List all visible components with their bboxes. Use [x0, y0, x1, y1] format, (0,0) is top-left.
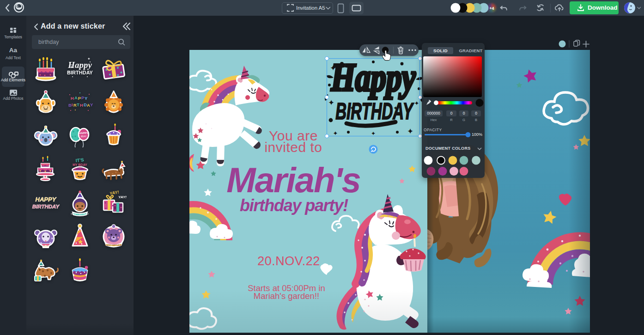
svg-text:+4: +4: [489, 6, 494, 11]
svg-text:R: R: [73, 103, 77, 108]
svg-text:YAY!: YAY!: [118, 195, 127, 199]
svg-text:HAPPY BIRTHDAY: HAPPY BIRTHDAY: [105, 244, 122, 246]
svg-text:HAPPY: HAPPY: [79, 132, 89, 134]
svg-text:HAPPY: HAPPY: [36, 196, 57, 203]
svg-text:BIRTHDAY: BIRTHDAY: [32, 204, 60, 209]
svg-text:A: A: [87, 103, 90, 108]
svg-text:D: D: [84, 102, 87, 107]
svg-text:MY BDAY: MY BDAY: [73, 163, 87, 166]
svg-text:A: A: [74, 95, 78, 100]
svg-text:I: I: [72, 102, 73, 107]
svg-text:P: P: [81, 95, 85, 100]
svg-text:T: T: [77, 102, 79, 107]
svg-text:B: B: [68, 103, 72, 108]
svg-text:✦: ✦: [70, 65, 73, 69]
svg-text:Aa: Aa: [9, 47, 18, 54]
svg-text:IT'S: IT'S: [75, 157, 84, 163]
svg-text:BDAY: BDAY: [81, 135, 86, 138]
svg-text:Y: Y: [90, 102, 93, 107]
svg-text:✦: ✦: [87, 57, 91, 61]
svg-text:H: H: [71, 96, 74, 101]
svg-text:Y: Y: [85, 96, 88, 101]
svg-text:YAY!: YAY!: [109, 190, 120, 196]
svg-text:H: H: [80, 103, 83, 108]
svg-text:BIRTHDAY: BIRTHDAY: [67, 70, 93, 75]
svg-text:HAPPY BIRTHDAY: HAPPY BIRTHDAY: [71, 213, 89, 215]
svg-text:P: P: [78, 96, 81, 101]
